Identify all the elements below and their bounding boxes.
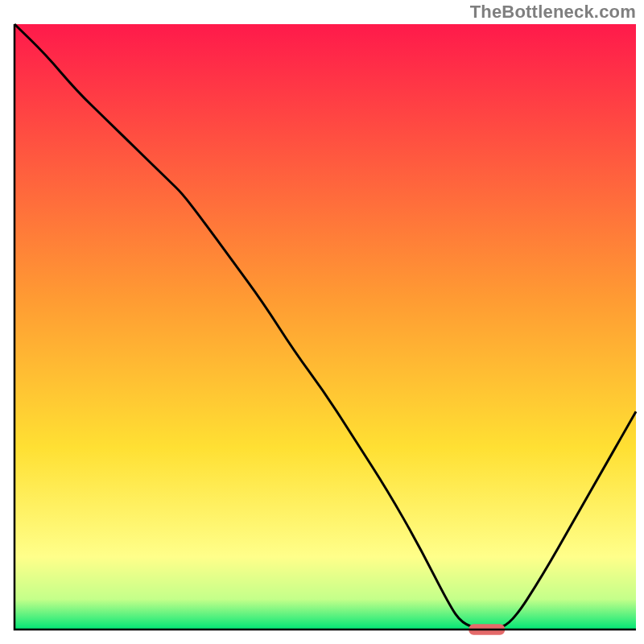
watermark-text: TheBottleneck.com bbox=[470, 2, 636, 23]
chart-stage: TheBottleneck.com bbox=[0, 0, 644, 644]
chart-canvas bbox=[0, 0, 644, 644]
plot-background bbox=[14, 24, 636, 630]
